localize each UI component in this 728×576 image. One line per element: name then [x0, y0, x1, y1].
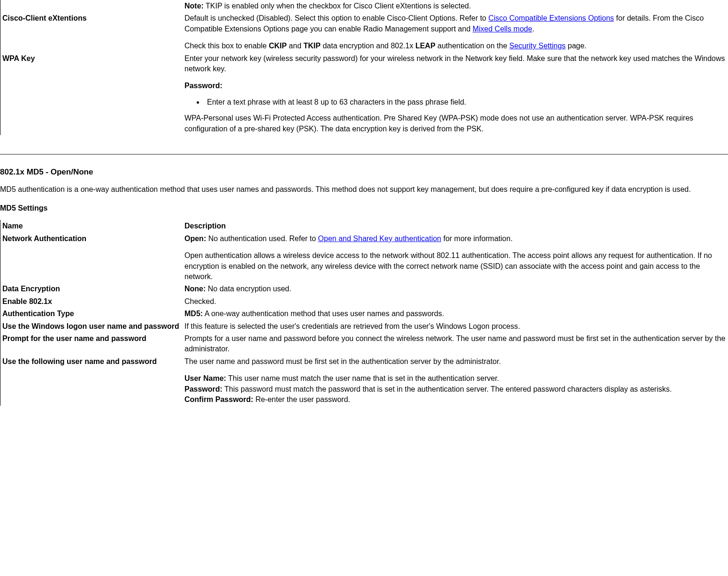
header-name: Name: [0, 220, 183, 232]
netauth-text: for more information.: [441, 235, 513, 243]
winlogon-name: Use the Windows logon user name and pass…: [0, 320, 183, 333]
dataenc-text: No data encryption used.: [206, 285, 291, 293]
netauth-para: Open authentication allows a wireless de…: [184, 250, 726, 282]
username-label: User Name:: [184, 374, 226, 382]
table-row: WPA Key Enter your network key (wireless…: [0, 53, 728, 135]
section-intro: MD5 authentication is a one-way authenti…: [0, 184, 728, 195]
table-row: Use the following user name and password…: [0, 356, 728, 406]
prompt-text: Prompts for a user name and password bef…: [183, 333, 728, 356]
enable-text: Checked.: [183, 296, 728, 308]
table-row: Enable 802.1x Checked.: [0, 296, 728, 308]
cisco-text: .: [532, 25, 534, 33]
password-text: This password must match the password th…: [222, 385, 672, 393]
mixed-cells-link[interactable]: Mixed Cells mode: [473, 25, 532, 33]
password-label: Password:: [184, 81, 726, 91]
username-text: This user name must match the user name …: [226, 374, 499, 382]
table-row: Note: TKIP is enabled only when the chec…: [0, 0, 728, 12]
prompt-name: Prompt for the user name and password: [0, 333, 183, 356]
md5-settings-table: Name Description Network Authentication …: [0, 220, 728, 406]
note-label: Note:: [184, 2, 204, 10]
tkip-label: TKIP: [304, 42, 321, 50]
security-settings-link[interactable]: Security Settings: [509, 42, 566, 50]
cisco-text: and: [287, 42, 304, 50]
following-text: The user name and password must be first…: [184, 356, 726, 367]
authtype-name: Authentication Type: [0, 308, 183, 320]
ckip-label: CKIP: [269, 42, 287, 50]
cisco-text: Default is unchecked (Disabled). Select …: [184, 14, 488, 22]
list-item: Enter a text phrase with at least 8 up t…: [204, 97, 726, 107]
table-row: Cisco-Client eXtentions Default is unche…: [0, 12, 728, 52]
enable-name: Enable 802.1x: [0, 296, 183, 308]
leap-label: LEAP: [415, 42, 436, 50]
netauth-text: No authentication used. Refer to: [206, 235, 318, 243]
sub-heading: MD5 Settings: [0, 203, 728, 213]
wpa-name: WPA Key: [0, 53, 183, 135]
cisco-name: Cisco-Client eXtentions: [0, 12, 183, 52]
open-label: Open:: [184, 235, 206, 243]
table-row: Prompt for the user name and password Pr…: [0, 333, 728, 356]
section-divider: [0, 154, 728, 155]
header-desc: Description: [183, 220, 728, 232]
confirm-text: Re-enter the user password.: [253, 395, 350, 403]
wpa-text: Enter your network key (wireless securit…: [184, 53, 726, 75]
winlogon-text: If this feature is selected the user's c…: [183, 320, 728, 333]
table-header-row: Name Description: [0, 220, 728, 232]
table-row: Network Authentication Open: No authenti…: [0, 233, 728, 283]
password-list: Enter a text phrase with at least 8 up t…: [184, 97, 726, 107]
following-name: Use the following user name and password: [0, 356, 183, 406]
cisco-text: page.: [566, 42, 586, 50]
wpa-text: WPA-Personal uses Wi-Fi Protected Access…: [184, 113, 726, 134]
table-row: Data Encryption None: No data encryption…: [0, 283, 728, 295]
authtype-text: A one-way authentication method that use…: [203, 310, 444, 318]
table-row: Authentication Type MD5: A one-way authe…: [0, 308, 728, 320]
cisco-text: Check this box to enable: [184, 42, 269, 50]
note-text: TKIP is enabled only when the checkbox f…: [204, 2, 471, 10]
cisco-text: authentication on the: [436, 42, 509, 50]
dataenc-name: Data Encryption: [0, 283, 183, 295]
table-row: Use the Windows logon user name and pass…: [0, 320, 728, 333]
password-label: Password:: [184, 385, 222, 393]
confirm-label: Confirm Password:: [184, 395, 253, 403]
open-shared-link[interactable]: Open and Shared Key authentication: [318, 235, 441, 243]
md5-label: MD5:: [184, 310, 203, 318]
cisco-text: data encryption and 802.1x: [321, 42, 415, 50]
netauth-name: Network Authentication: [0, 233, 183, 283]
cisco-ext-link[interactable]: Cisco Compatible Extensions Options: [488, 14, 614, 22]
top-settings-table: Note: TKIP is enabled only when the chec…: [0, 0, 728, 135]
none-label: None:: [184, 285, 206, 293]
section-heading: 802.1x MD5 - Open/None: [0, 167, 728, 178]
